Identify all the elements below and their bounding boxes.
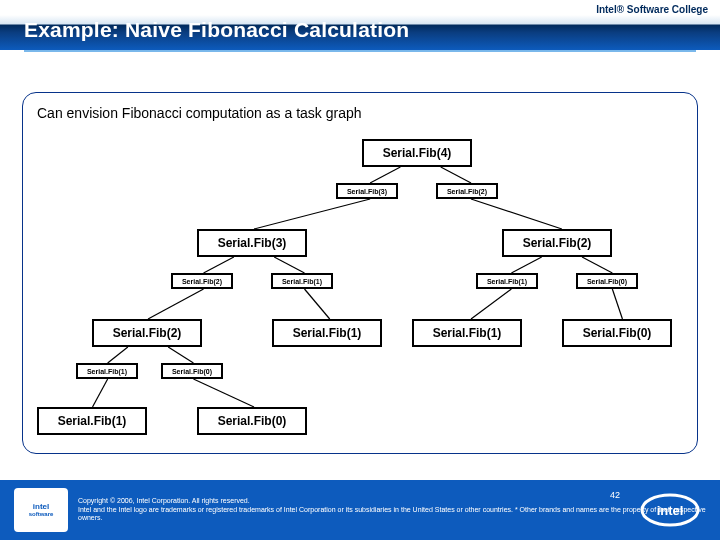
node-r2: Serial.Fib(2) [502, 229, 612, 257]
node-root-left-small: Serial.Fib(3) [336, 183, 398, 199]
node-root: Serial.Fib(4) [362, 139, 472, 167]
node-l2: Serial.Fib(2) [92, 319, 202, 347]
footer-text: Copyright © 2006, Intel Corporation. All… [78, 497, 720, 523]
svg-line-6 [511, 257, 541, 273]
footer-logo-sub: software [29, 511, 54, 517]
node-r2-right-small: Serial.Fib(0) [576, 273, 638, 289]
node-b0: Serial.Fib(0) [197, 407, 307, 435]
svg-line-0 [370, 167, 400, 183]
node-r0: Serial.Fib(0) [562, 319, 672, 347]
node-l2-left-small: Serial.Fib(1) [76, 363, 138, 379]
node-m1b: Serial.Fib(1) [412, 319, 522, 347]
svg-line-10 [471, 289, 511, 319]
header-tag: Intel® Software College [596, 4, 708, 15]
node-r2-left-small: Serial.Fib(1) [476, 273, 538, 289]
footer-logo-left: intel software [14, 488, 68, 532]
svg-line-11 [612, 289, 622, 319]
content-frame: Can envision Fibonacci computation as a … [22, 92, 698, 454]
svg-line-1 [441, 167, 471, 183]
node-l2-right-small: Serial.Fib(0) [161, 363, 223, 379]
header-underline [24, 50, 696, 52]
svg-line-2 [254, 199, 370, 229]
node-l3: Serial.Fib(3) [197, 229, 307, 257]
node-m1a: Serial.Fib(1) [272, 319, 382, 347]
task-graph: Serial.Fib(4) Serial.Fib(3) Serial.Fib(2… [37, 139, 683, 449]
node-b1: Serial.Fib(1) [37, 407, 147, 435]
page-number: 42 [610, 490, 620, 500]
svg-line-9 [304, 289, 329, 319]
slide: Intel® Software College Example: Naive F… [0, 0, 720, 540]
svg-line-3 [471, 199, 562, 229]
footer-logo-right: intel [638, 490, 702, 530]
footer-line2: Intel and the Intel logo are trademarks … [78, 506, 712, 524]
footer-bar: intel software Copyright © 2006, Intel C… [0, 480, 720, 540]
svg-line-4 [204, 257, 234, 273]
svg-line-8 [148, 289, 204, 319]
node-root-right-small: Serial.Fib(2) [436, 183, 498, 199]
svg-line-15 [193, 379, 254, 407]
svg-line-5 [274, 257, 304, 273]
node-l3-left-small: Serial.Fib(2) [171, 273, 233, 289]
svg-text:intel: intel [657, 503, 684, 518]
footer-logo-top: intel [33, 503, 49, 511]
header-band: Intel® Software College Example: Naive F… [0, 0, 720, 50]
svg-line-12 [108, 347, 128, 363]
svg-line-7 [582, 257, 612, 273]
slide-title: Example: Naive Fibonacci Calculation [24, 18, 409, 42]
lead-text: Can envision Fibonacci computation as a … [37, 105, 683, 121]
svg-line-13 [168, 347, 193, 363]
node-l3-right-small: Serial.Fib(1) [271, 273, 333, 289]
svg-line-14 [93, 379, 108, 407]
